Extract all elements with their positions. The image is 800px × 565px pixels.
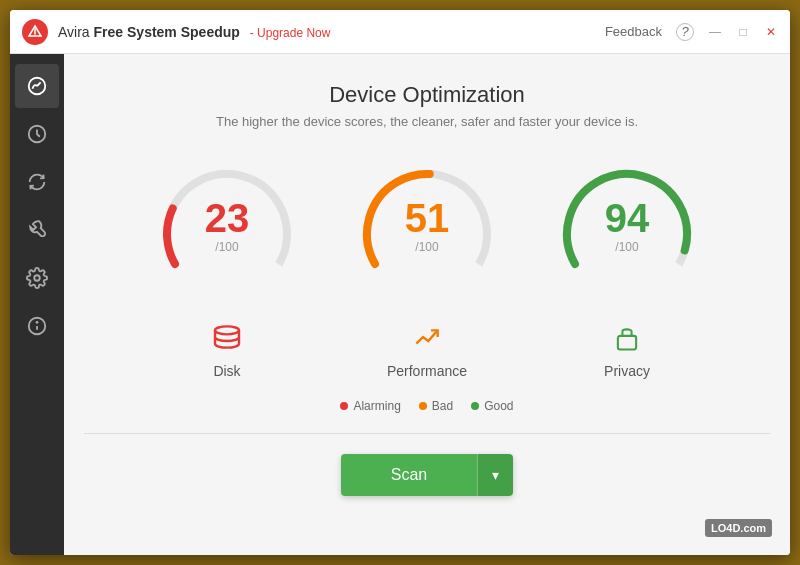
gauge-circle-privacy: 94 /100	[552, 159, 702, 309]
legend-label-bad: Bad	[432, 399, 453, 413]
gauges-row: 23 /100 Disk 51 /100	[142, 159, 712, 379]
legend-item-alarming: Alarming	[340, 399, 400, 413]
svg-point-0	[34, 34, 35, 35]
help-button[interactable]: ?	[676, 23, 694, 41]
sidebar-item-schedule[interactable]	[15, 112, 59, 156]
maximize-button[interactable]: □	[736, 25, 750, 39]
page-title: Device Optimization	[329, 82, 525, 108]
svg-point-3	[34, 275, 40, 281]
legend-dot-alarming	[340, 402, 348, 410]
sidebar-item-refresh[interactable]	[15, 160, 59, 204]
legend: Alarming Bad Good	[340, 399, 513, 413]
legend-label-alarming: Alarming	[353, 399, 400, 413]
gauge-performance: 51 /100 Performance	[342, 159, 512, 379]
gauge-max-disk: /100	[215, 240, 238, 254]
gauge-icon-privacy	[613, 321, 641, 357]
legend-item-bad: Bad	[419, 399, 453, 413]
scan-dropdown-button[interactable]: ▾	[477, 454, 513, 496]
svg-point-9	[215, 326, 239, 334]
titlebar: Avira Free System Speedup - Upgrade Now …	[10, 10, 790, 54]
gauge-max-privacy: /100	[615, 240, 638, 254]
content-area: Device Optimization The higher the devic…	[64, 54, 790, 555]
gauge-value-performance: 51	[405, 198, 450, 238]
divider	[84, 433, 770, 434]
sidebar-item-tools[interactable]	[15, 208, 59, 252]
gauge-label-privacy: Privacy	[604, 363, 650, 379]
sidebar-item-info[interactable]	[15, 304, 59, 348]
gauge-circle-performance: 51 /100	[352, 159, 502, 309]
gauge-value-privacy: 94	[605, 198, 650, 238]
scan-button-group[interactable]: Scan ▾	[341, 454, 513, 496]
svg-rect-14	[618, 336, 636, 350]
app-title: Avira Free System Speedup - Upgrade Now	[58, 24, 330, 40]
page-subtitle: The higher the device scores, the cleane…	[216, 114, 638, 129]
minimize-button[interactable]: —	[708, 25, 722, 39]
gauge-circle-disk: 23 /100	[152, 159, 302, 309]
close-button[interactable]: ✕	[764, 25, 778, 39]
scan-button[interactable]: Scan	[341, 454, 477, 496]
gauge-privacy: 94 /100 Privacy	[542, 159, 712, 379]
legend-item-good: Good	[471, 399, 513, 413]
watermark: LO4D.com	[705, 519, 772, 537]
gauge-max-performance: /100	[415, 240, 438, 254]
gauge-label-performance: Performance	[387, 363, 467, 379]
feedback-button[interactable]: Feedback	[605, 24, 662, 39]
gauge-disk: 23 /100 Disk	[142, 159, 312, 379]
legend-dot-good	[471, 402, 479, 410]
legend-label-good: Good	[484, 399, 513, 413]
gauge-value-disk: 23	[205, 198, 250, 238]
window-controls: Feedback ? — □ ✕	[605, 23, 778, 41]
legend-dot-bad	[419, 402, 427, 410]
sidebar	[10, 54, 64, 555]
sidebar-item-home[interactable]	[15, 64, 59, 108]
app-logo	[22, 19, 48, 45]
sidebar-item-settings[interactable]	[15, 256, 59, 300]
gauge-label-disk: Disk	[213, 363, 240, 379]
